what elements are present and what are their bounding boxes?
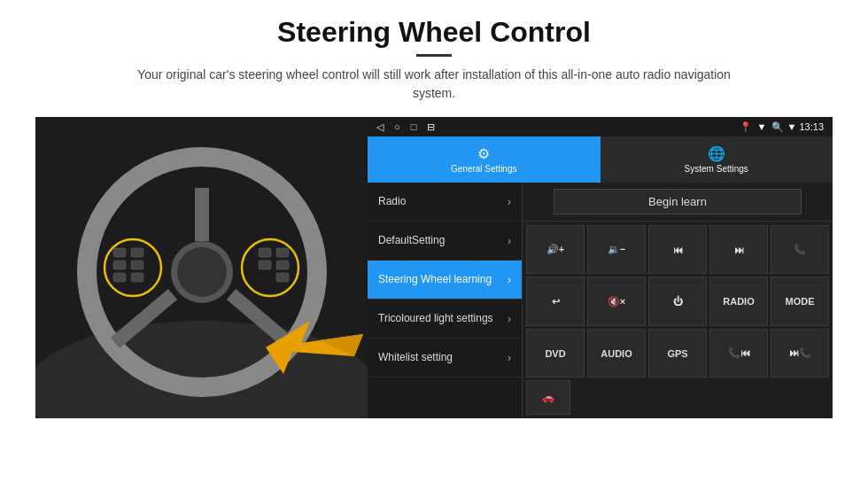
apps-icon[interactable]: ⊟ (427, 121, 435, 133)
main-content: Radio › DefaultSetting › Steering Wheel … (368, 183, 833, 418)
menu-list: Radio › DefaultSetting › Steering Wheel … (368, 183, 523, 418)
dvd-button[interactable]: DVD (526, 329, 585, 378)
begin-learn-row: Begin learn (523, 183, 833, 222)
chevron-right-icon: › (508, 235, 511, 247)
tel-next-button[interactable]: ⏭📞 (771, 329, 829, 378)
mute-icon: 🔇× (608, 296, 625, 308)
back-icon[interactable]: ◁ (376, 121, 384, 133)
mode-button[interactable]: MODE (771, 277, 829, 325)
title-divider (416, 54, 452, 57)
power-icon: ⏻ (673, 296, 683, 307)
tab-system-label: System Settings (685, 164, 748, 174)
wifi-icon: ▼ (757, 121, 767, 132)
tab-general-label: General Settings (451, 164, 517, 174)
mode-label: MODE (786, 296, 815, 307)
gps-label: GPS (667, 348, 687, 359)
tel-prev-button[interactable]: 📞⏮ (709, 329, 768, 378)
clock: 🔍 ▼ 13:13 (771, 121, 824, 133)
prev-track-icon: ⏮ (673, 245, 683, 255)
svg-rect-11 (113, 273, 126, 282)
tel-next-icon: ⏭📞 (789, 347, 811, 359)
hook-icon: ↩ (552, 296, 560, 308)
menu-item-default-label: DefaultSetting (378, 234, 445, 248)
tab-general-settings[interactable]: ⚙ General Settings (368, 136, 601, 183)
chevron-right-icon: › (508, 274, 511, 286)
recents-icon[interactable]: □ (411, 121, 417, 133)
radio-button[interactable]: RADIO (709, 277, 768, 325)
next-track-button[interactable]: ⏭ (709, 225, 768, 274)
page-subtitle: Your original car's steering wheel contr… (124, 66, 744, 103)
globe-icon: 🌐 (708, 145, 725, 162)
tel-prev-icon: 📞⏮ (728, 347, 750, 359)
svg-rect-18 (276, 248, 289, 257)
dvd-label: DVD (545, 348, 565, 359)
controls-grid: 🔊+ 🔉− ⏮ ⏭ 📞 (523, 222, 833, 418)
media-icon-button[interactable]: 🚗 (526, 380, 570, 415)
status-bar-nav: ◁ ○ □ ⊟ (376, 121, 435, 133)
menu-item-radio[interactable]: Radio › (368, 183, 522, 222)
vol-up-button[interactable]: 🔊+ (526, 225, 585, 274)
chevron-right-icon: › (508, 352, 511, 364)
menu-item-steering[interactable]: Steering Wheel learning › (368, 261, 522, 300)
hook-button[interactable]: ↩ (526, 277, 585, 325)
gear-icon: ⚙ (477, 145, 490, 162)
steering-wheel-image (35, 117, 368, 418)
content-row: ◁ ○ □ ⊟ 📍 ▼ 🔍 ▼ 13:13 ⚙ General Settings (35, 117, 833, 418)
vol-down-button[interactable]: 🔉− (587, 225, 646, 274)
home-icon[interactable]: ○ (394, 121, 400, 133)
prev-track-button[interactable]: ⏮ (648, 225, 707, 274)
svg-point-4 (177, 247, 227, 297)
svg-rect-19 (276, 261, 289, 269)
chevron-right-icon: › (508, 313, 511, 325)
svg-rect-20 (276, 273, 289, 282)
radio-label: RADIO (723, 296, 754, 307)
chevron-right-icon: › (508, 196, 511, 208)
power-button[interactable]: ⏻ (648, 277, 707, 325)
ctrl-row-1: 🔊+ 🔉− ⏮ ⏭ 📞 (526, 225, 829, 274)
status-bar: ◁ ○ □ ⊟ 📍 ▼ 🔍 ▼ 13:13 (368, 117, 833, 136)
next-track-icon: ⏭ (734, 245, 744, 255)
vol-up-icon: 🔊+ (546, 244, 564, 255)
phone-icon: 📞 (794, 244, 806, 255)
svg-rect-13 (131, 261, 143, 269)
location-icon: 📍 (740, 121, 752, 133)
audio-label: AUDIO (601, 348, 632, 359)
ctrl-row-3: DVD AUDIO GPS 📞⏮ (526, 329, 829, 378)
svg-rect-17 (259, 261, 271, 269)
ctrl-row-2: ↩ 🔇× ⏻ RADIO MO (526, 277, 829, 325)
menu-item-steering-label: Steering Wheel learning (378, 273, 492, 287)
svg-rect-10 (113, 261, 126, 269)
tab-system-settings[interactable]: 🌐 System Settings (601, 136, 833, 183)
right-panel: Begin learn 🔊+ 🔉− (523, 183, 833, 418)
ctrl-row-4: 🚗 (526, 380, 829, 415)
audio-button[interactable]: AUDIO (587, 329, 646, 378)
vol-down-icon: 🔉− (608, 244, 625, 255)
menu-item-tricoloured[interactable]: Tricoloured light settings › (368, 300, 522, 339)
mute-button[interactable]: 🔇× (587, 277, 646, 325)
page-title: Steering Wheel Control (277, 16, 591, 49)
menu-item-whitelist[interactable]: Whitelist setting › (368, 339, 522, 378)
gps-button[interactable]: GPS (648, 329, 707, 378)
svg-rect-14 (131, 273, 143, 282)
menu-item-default[interactable]: DefaultSetting › (368, 222, 522, 261)
menu-item-tricoloured-label: Tricoloured light settings (378, 312, 493, 326)
menu-item-radio-label: Radio (378, 195, 406, 209)
phone-button[interactable]: 📞 (771, 225, 829, 274)
svg-rect-16 (259, 248, 271, 257)
menu-item-whitelist-label: Whitelist setting (378, 351, 453, 365)
svg-rect-12 (131, 248, 143, 257)
car-icon: 🚗 (542, 392, 554, 403)
tab-bar: ⚙ General Settings 🌐 System Settings (368, 136, 833, 183)
svg-rect-9 (113, 248, 126, 257)
begin-learn-button[interactable]: Begin learn (554, 189, 802, 214)
android-ui: ◁ ○ □ ⊟ 📍 ▼ 🔍 ▼ 13:13 ⚙ General Settings (368, 117, 833, 418)
status-bar-right: 📍 ▼ 🔍 ▼ 13:13 (740, 121, 824, 133)
